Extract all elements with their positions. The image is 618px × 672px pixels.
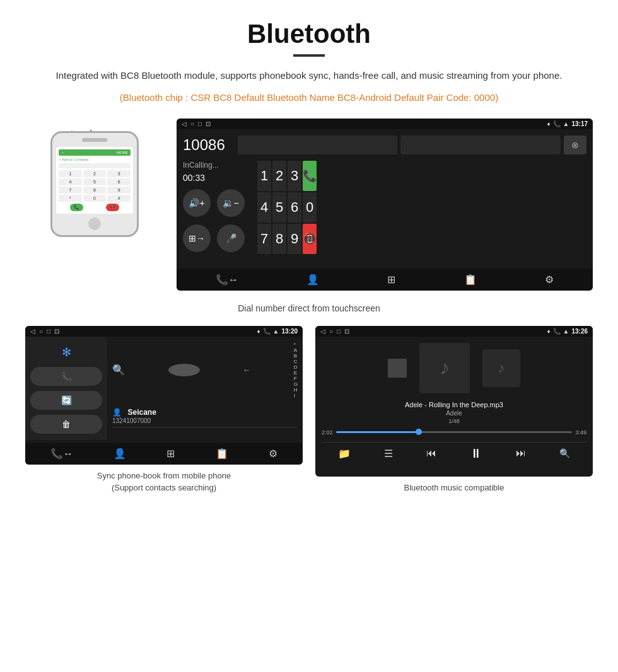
music-location-icon: ♦ [547,328,550,335]
music-folder-icon[interactable]: 📁 [338,448,351,460]
pb-contact-avatar-icon: 👤 [112,408,122,417]
nav-settings-icon[interactable]: ⚙ [545,274,554,286]
pb-sync-btn[interactable]: 🔄 [30,391,102,410]
pb-wifi-icon: ▲ [273,328,279,335]
key-5[interactable]: 5 [272,192,286,223]
answer-call-button[interactable]: 📞 [303,161,317,191]
description-text: Integrated with BC8 Bluetooth module, su… [25,68,593,83]
key-4[interactable]: 4 [257,192,271,223]
music-title: Adele - Rolling In the Deep.mp3 [322,401,586,408]
music-call-icon: 📞 [553,328,561,335]
nav-phone-icon[interactable]: 📞↔ [216,274,238,286]
pb-bluetooth-icon: ✻ [30,343,102,362]
dialer-extra-controls: ⊞→ 🎤 [183,224,245,252]
pb-nav-dialpad[interactable]: ⊞ [166,448,175,460]
pb-alphabet: *ABCDEFGHI [294,342,298,398]
dialer-number: 10086 [183,136,225,154]
dialer-body: 10086 ⊗ InCalling... 00:33 🔊+ 🔉− [177,129,593,266]
music-track-count: 1/48 [322,418,586,424]
music-play-button[interactable]: ⏸ [470,446,482,461]
title-divider [293,54,325,57]
pb-nav-log[interactable]: 📋 [216,448,228,460]
pb-delete-btn[interactable]: 🗑 [30,415,102,434]
dialer-grid: 1 2 3 📞 4 5 6 0 7 8 9 📵 [257,161,317,254]
phonebook-body: ✻ 📞 🔄 🗑 🔍 ← *ABCDEFGHI [25,337,303,440]
music-progress-bar[interactable] [336,431,573,433]
music-block: ◁ ○ □ ⊡ ♦ 📞 ▲ 13:26 [315,326,593,494]
bluetooth-info-text: (Bluetooth chip : CSR BC8 Default Blueto… [25,90,593,106]
key-1[interactable]: 1 [257,161,271,191]
music-caption: Bluetooth music compatible [315,482,593,494]
dialer-input-2 [400,136,561,154]
location-icon: ♦ [547,120,550,127]
pb-time: 13:20 [281,328,298,335]
music-note-small-icon: ♪ [498,360,505,376]
music-search-button[interactable]: 🔍 [559,448,570,458]
dialer-timer: 00:33 [183,173,245,183]
end-call-button[interactable]: 📵 [303,224,317,254]
music-next-icon[interactable]: ⏭ [516,448,526,459]
back-nav-icon: ◁ [182,120,187,127]
dialer-input-1 [238,136,398,154]
pb-nav-contacts[interactable]: 👤 [114,448,126,460]
music-current-time: 2:02 [322,429,333,436]
music-controls: 📁 ☰ ⏮ ⏸ ⏭ 🔍 [322,442,586,465]
pb-recent-icon: □ [47,328,50,335]
pb-contact-number: 13241007000 [112,417,298,424]
music-wifi-icon: ▲ [563,328,569,335]
phone-mockup: ←MORE + Add to Contacts 123 456 789 *0# … [50,131,139,237]
mute-button[interactable]: 🎤 [217,224,245,252]
music-back-icon: ◁ [320,328,325,335]
pb-call-btn[interactable]: 📞 [30,367,102,386]
pb-call-icon: 📞 [263,328,271,335]
home-nav-icon: ○ [190,120,194,127]
pb-home-icon: ○ [39,328,43,335]
pb-cast-icon: ⊡ [54,328,59,335]
pb-location-icon: ♦ [257,328,260,335]
nav-contacts-icon[interactable]: 👤 [306,274,319,286]
key-6[interactable]: 6 [288,192,301,223]
music-albumart-area: ♪ ♪ [322,343,586,393]
music-body: ♪ ♪ Adele - Rolling In the Deep.mp3 Adel… [315,337,593,471]
key-9[interactable]: 9 [288,224,301,254]
music-cast-icon: ⊡ [344,328,349,335]
key-3[interactable]: 3 [288,161,301,191]
key-2[interactable]: 2 [272,161,286,191]
phonebook-sidebar: ✻ 📞 🔄 🗑 [25,337,107,440]
music-shuffle-dot [388,359,407,378]
pb-back-icon: ◁ [30,328,35,335]
pb-nav-phone[interactable]: 📞↔ [50,448,73,460]
nav-log-icon[interactable]: 📋 [464,274,477,286]
cast-nav-icon: ⊡ [206,120,211,127]
music-progress-fill [336,431,419,433]
music-note-icon: ♪ [440,356,450,379]
dial-caption: Dial number direct from touchscreen [25,303,593,313]
music-home-icon: ○ [329,328,333,335]
music-main-albumart: ♪ [419,343,470,393]
music-time: 13:26 [571,328,588,335]
top-section: ←MORE + Add to Contacts 123 456 789 *0# … [25,119,593,291]
wifi-icon: ▲ [563,120,569,127]
phonebook-caption: Sync phone-book from mobile phone (Suppo… [25,470,303,494]
volume-up-button[interactable]: 🔊+ [183,189,211,217]
pb-nav-settings[interactable]: ⚙ [269,448,277,460]
key-0[interactable]: 0 [303,192,317,223]
pb-back-arrow[interactable]: ← [243,366,250,374]
pb-statusbar: ◁ ○ □ ⊡ ♦ 📞 ▲ 13:20 [25,326,303,337]
dialer-controls: 🔊+ 🔉− [183,189,245,217]
key-8[interactable]: 8 [272,224,286,254]
key-7[interactable]: 7 [257,224,271,254]
dialer-status: InCalling... [183,161,245,170]
nav-dialpad-icon[interactable]: ⊞ [387,274,395,286]
music-list-icon[interactable]: ☰ [384,448,393,460]
dialer-bottom-nav: 📞↔ 👤 ⊞ 📋 ⚙ [177,269,593,291]
music-prev-icon[interactable]: ⏮ [426,448,436,459]
music-artist: Adele [322,410,586,417]
recent-nav-icon: □ [198,120,202,127]
music-total-time: 3:49 [575,429,586,436]
screen-transfer-button[interactable]: ⊞→ [183,224,211,252]
backspace-button[interactable]: ⊗ [564,136,586,154]
pb-search-icon[interactable]: 🔍 [112,364,125,376]
dial-statusbar: ◁ ○ □ ⊡ ♦ 📞 ▲ 13:17 [177,119,593,129]
volume-down-button[interactable]: 🔉− [217,189,245,217]
